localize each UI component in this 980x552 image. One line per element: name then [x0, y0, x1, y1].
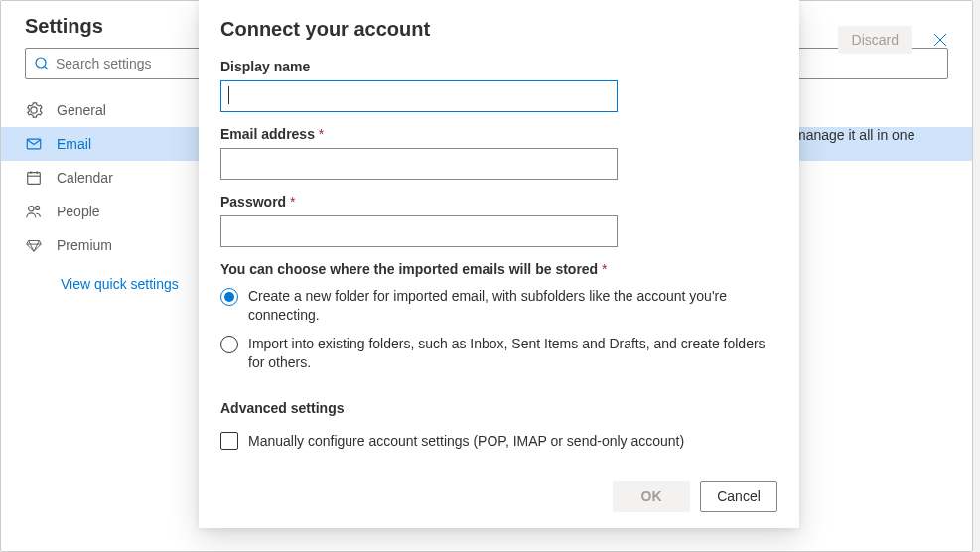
cancel-button[interactable]: Cancel — [700, 481, 777, 512]
close-icon — [933, 33, 947, 47]
nav-label: Calendar — [57, 170, 113, 186]
radio-circle-icon — [220, 288, 238, 306]
radio-circle-icon — [220, 336, 238, 353]
checkbox-icon — [220, 432, 238, 450]
display-name-input[interactable] — [220, 80, 618, 112]
diamond-icon — [25, 236, 43, 254]
radio-new-folder[interactable]: Create a new folder for imported email, … — [220, 287, 777, 325]
calendar-icon — [25, 169, 43, 187]
manual-config-checkbox[interactable]: Manually configure account settings (POP… — [220, 432, 777, 450]
svg-point-8 — [36, 206, 40, 209]
radio-new-folder-label: Create a new folder for imported email, … — [248, 287, 777, 325]
mail-icon — [25, 135, 43, 153]
nav-label: General — [57, 102, 106, 118]
ok-button[interactable]: OK — [613, 481, 690, 512]
email-input[interactable] — [220, 148, 618, 180]
nav-label: Premium — [57, 237, 112, 253]
nav-label: People — [57, 204, 100, 219]
advanced-heading: Advanced settings — [220, 400, 777, 416]
display-name-label: Display name — [220, 59, 777, 74]
topbar-right: Discard — [838, 24, 956, 56]
dialog-title: Connect your account — [220, 18, 777, 41]
svg-rect-3 — [28, 173, 41, 185]
email-label: Email address * — [220, 126, 777, 142]
connect-account-dialog: Connect your account Display name Email … — [199, 0, 799, 528]
dialog-footer: OK Cancel — [220, 481, 777, 512]
discard-button[interactable]: Discard — [838, 26, 912, 54]
manual-config-label: Manually configure account settings (POP… — [248, 433, 684, 449]
close-button[interactable] — [924, 24, 956, 56]
radio-existing-folder[interactable]: Import into existing folders, such as In… — [220, 335, 777, 372]
svg-line-1 — [45, 67, 48, 69]
nav-label: Email — [57, 136, 91, 152]
storage-heading: You can choose where the imported emails… — [220, 261, 777, 277]
svg-point-0 — [36, 58, 46, 68]
svg-point-7 — [29, 207, 34, 211]
text-caret — [228, 86, 229, 104]
radio-existing-folder-label: Import into existing folders, such as In… — [248, 335, 777, 372]
people-icon — [25, 203, 43, 220]
background-text: manage it all in one — [794, 127, 914, 143]
search-icon — [34, 56, 50, 71]
password-input[interactable] — [220, 215, 618, 247]
gear-icon — [25, 101, 43, 119]
password-label: Password * — [220, 194, 777, 209]
